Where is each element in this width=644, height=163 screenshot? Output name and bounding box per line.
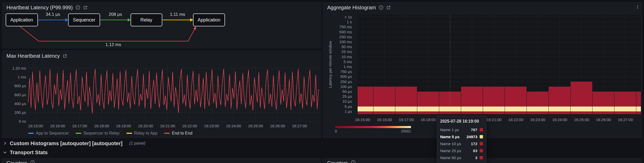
line-chart[interactable]: 1.20 ms1 ms800 μs600 μs400 μs200 μs0 ns1… [2, 51, 321, 138]
panel-title[interactable]: Counters [6, 160, 27, 163]
svg-text:10 ms: 10 ms [341, 55, 352, 59]
edge-latency-label: 1.12 ms [106, 42, 121, 47]
svg-text:16:25:00: 16:25:00 [248, 124, 263, 128]
external-link-icon[interactable] [63, 54, 67, 58]
svg-text:100 ms: 100 ms [339, 40, 352, 44]
tooltip-swatch [480, 128, 483, 131]
info-icon[interactable] [351, 160, 356, 163]
panel-counters-left: Counters [2, 158, 321, 163]
tooltip-row: Name 50 μs3 [440, 154, 483, 161]
legend-swatch [164, 133, 170, 134]
tooltip-series-label: Name 1 μs [440, 128, 468, 132]
color-scale-max: 25001 [401, 129, 411, 133]
tooltip-series-label: Name 10 μs [440, 142, 468, 146]
tooltip-value: 787 [471, 128, 477, 132]
svg-text:0 ns: 0 ns [19, 119, 26, 123]
panel-title[interactable]: Max Heartbeat Latency [6, 53, 60, 59]
external-link-icon[interactable] [386, 5, 391, 10]
chart-legend: App to SequencerSequencer to RelayRelay … [28, 131, 192, 136]
panel-menu-icon[interactable] [635, 5, 640, 10]
panel-title[interactable]: Heartbeat Latency (P99.999) [6, 5, 73, 11]
node-label: Relay [140, 17, 152, 23]
panel-header: Max Heartbeat Latency [2, 51, 321, 61]
svg-text:16:20:00: 16:20:00 [138, 124, 153, 128]
tooltip-row: Name 5 μs24973 [440, 133, 483, 140]
row-custom-histograms[interactable]: Custom Histograms [autoquoter] [autoquot… [3, 140, 146, 147]
svg-text:1 ms: 1 ms [343, 64, 352, 69]
svg-text:800 μs: 800 μs [14, 84, 26, 88]
svg-text:10 μs: 10 μs [342, 99, 352, 103]
tooltip-row: Name 1 μs787 [440, 126, 483, 133]
svg-text:750 μs: 750 μs [340, 69, 352, 74]
chevron-down-icon [3, 150, 7, 155]
svg-text:5 μs: 5 μs [344, 104, 352, 109]
info-icon[interactable] [379, 5, 383, 10]
tooltip-value: 83 [473, 149, 477, 153]
legend-item[interactable]: Sequencer to Relay [76, 131, 120, 136]
svg-text:16:16:00: 16:16:00 [377, 117, 392, 122]
svg-text:16:23:00: 16:23:00 [204, 124, 219, 128]
panel-header: Counters [2, 159, 321, 163]
y-axis-label: Latency per minute window [327, 16, 333, 113]
tooltip-value: 24973 [466, 135, 477, 139]
legend-item[interactable]: App to Sequencer [28, 131, 69, 136]
panel-max-heartbeat-latency: Max Heartbeat Latency 1.20 ms1 ms800 μs6… [2, 50, 321, 138]
node-label: Application [10, 17, 33, 23]
legend-label: Sequencer to Relay [83, 131, 120, 136]
svg-text:16:22:00: 16:22:00 [182, 124, 197, 128]
tooltip-swatch [480, 142, 483, 145]
svg-text:16:15:00: 16:15:00 [355, 117, 370, 122]
svg-text:16:17:00: 16:17:00 [72, 124, 87, 128]
svg-text:250 μs: 250 μs [340, 79, 352, 84]
svg-text:500 μs: 500 μs [340, 74, 352, 79]
svg-text:1.20 ms: 1.20 ms [12, 66, 26, 70]
svg-text:16:27:00: 16:27:00 [618, 117, 633, 122]
svg-text:400 μs: 400 μs [14, 101, 26, 106]
tooltip-value: 172 [471, 142, 477, 146]
legend-label: Relay to App [134, 131, 158, 136]
tooltip-swatch [480, 149, 483, 152]
svg-text:1 s: 1 s [347, 20, 352, 24]
tooltip-row: Name 25 μs83 [440, 147, 483, 154]
external-link-icon[interactable] [83, 5, 87, 10]
svg-text:16:22:00: 16:22:00 [508, 117, 523, 122]
legend-label: End to End [172, 131, 192, 136]
panel-title[interactable]: Counters [327, 160, 348, 163]
info-icon[interactable] [76, 5, 80, 10]
svg-text:500 ms: 500 ms [339, 30, 352, 34]
svg-text:16:26:00: 16:26:00 [270, 124, 285, 128]
svg-text:16:26:00: 16:26:00 [596, 117, 611, 122]
svg-text:1 ms: 1 ms [18, 75, 26, 79]
svg-text:16:24:00: 16:24:00 [552, 117, 567, 122]
tooltip-value: 3 [475, 155, 477, 160]
legend-item[interactable]: End to End [164, 131, 192, 136]
panel-header: Heartbeat Latency (P99.999) [2, 2, 321, 13]
svg-text:16:21:00: 16:21:00 [486, 117, 501, 122]
svg-text:16:25:00: 16:25:00 [574, 117, 589, 122]
heatmap-tooltip: 2025-07-28 16:19:00 Name 1 μs787Name 5 μ… [437, 116, 486, 163]
svg-text:> 1s: > 1s [344, 15, 352, 19]
tooltip-swatch [480, 135, 483, 138]
svg-text:16:19:00: 16:19:00 [116, 124, 131, 128]
tooltip-series-label: Name 5 μs [440, 135, 464, 139]
tooltip-row: Name 10 μs172 [440, 140, 483, 147]
svg-text:25 μs: 25 μs [342, 94, 352, 99]
color-scale-gradient [335, 126, 411, 128]
svg-text:16:16:00: 16:16:00 [50, 124, 65, 128]
svg-text:16:23:00: 16:23:00 [530, 117, 545, 122]
legend-swatch [76, 133, 81, 134]
panel-aggregate-histogram: Aggregate Histogram Latency per minute w… [323, 2, 642, 138]
legend-item[interactable]: Relay to App [126, 131, 158, 136]
info-icon[interactable] [30, 160, 35, 163]
svg-text:16:18:00: 16:18:00 [421, 117, 436, 122]
svg-text:16:18:00: 16:18:00 [94, 124, 109, 128]
panel-heartbeat-latency: Heartbeat Latency (P99.999) Application … [2, 2, 321, 48]
color-scale: 0 25001 [335, 126, 411, 133]
tooltip-rows: Name 1 μs787Name 5 μs24973Name 10 μs172N… [440, 126, 483, 161]
svg-text:16:27:00: 16:27:00 [292, 124, 307, 128]
tooltip-timestamp: 2025-07-28 16:19:00 [440, 119, 483, 124]
svg-text:16:21:00: 16:21:00 [160, 124, 175, 128]
panel-title[interactable]: Aggregate Histogram [327, 5, 376, 11]
row-transport-stats[interactable]: Transport Stats [3, 149, 48, 156]
svg-text:5 ms: 5 ms [343, 60, 352, 64]
